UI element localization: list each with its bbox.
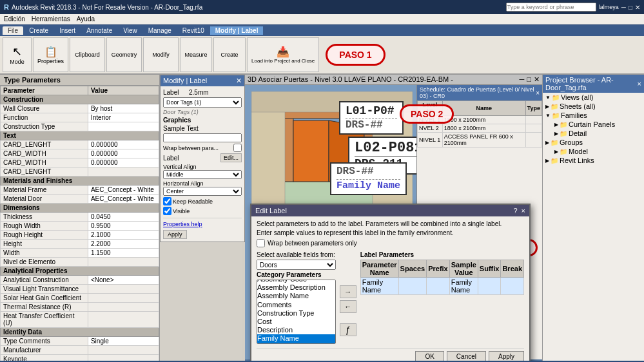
edit-button[interactable]: Edit... bbox=[220, 153, 242, 162]
param-value[interactable]: 2.2000 bbox=[88, 240, 159, 249]
visible-checkbox[interactable] bbox=[163, 207, 171, 215]
param-value[interactable]: 1.1500 bbox=[88, 249, 159, 258]
tab-modify-label[interactable]: Modify | Label bbox=[210, 26, 264, 35]
sample-text-input[interactable] bbox=[163, 133, 242, 142]
browser-item-model[interactable]: ▶ 📁 Model bbox=[543, 147, 644, 156]
table-row[interactable]: FunctionInterior bbox=[1, 113, 159, 122]
schedule-close[interactable]: × bbox=[536, 90, 540, 97]
param-value[interactable] bbox=[88, 346, 159, 355]
browser-item-sheets[interactable]: ▶ 📁 Sheets (all) bbox=[543, 102, 644, 111]
tab-annotate[interactable]: Annotate bbox=[81, 26, 117, 35]
select-tool-icon[interactable]: ↖ bbox=[12, 44, 22, 59]
table-row[interactable]: Material DoorAEC_Concept - White bbox=[1, 195, 159, 204]
param-value[interactable]: 0.9500 bbox=[88, 222, 159, 231]
table-row[interactable]: CARD_WIDTH0.000000 bbox=[1, 149, 159, 158]
table-row[interactable]: Width1.1500 bbox=[1, 249, 159, 258]
param-value[interactable]: Interior bbox=[88, 113, 159, 122]
table-row[interactable]: Thermal Resistance (R) bbox=[1, 303, 159, 312]
window-close[interactable]: ✕ bbox=[635, 4, 640, 11]
menu-herramientas[interactable]: Herramientas bbox=[32, 15, 70, 23]
param-value[interactable]: Single bbox=[88, 337, 159, 346]
param-value[interactable]: AEC_Concept - White bbox=[88, 186, 159, 195]
browser-item-revitlinks[interactable]: ▶ 📁 Revit Links bbox=[543, 156, 644, 165]
param-value[interactable]: By host bbox=[88, 104, 159, 113]
table-row[interactable]: Solar Heat Gain Coefficient bbox=[1, 294, 159, 303]
browser-item-curtain[interactable]: ▶ 📁 Curtain Panels bbox=[543, 120, 644, 129]
menu-ayuda[interactable]: Ayuda bbox=[77, 15, 95, 23]
load-project-icon[interactable]: 📥 bbox=[277, 46, 289, 58]
param-value[interactable] bbox=[88, 303, 159, 312]
table-row[interactable]: CARD_LENGHT0.000000 bbox=[1, 140, 159, 149]
param-value[interactable] bbox=[88, 167, 159, 176]
table-row[interactable]: Construction Type bbox=[1, 122, 159, 131]
wrap-checkbox[interactable] bbox=[233, 144, 242, 152]
param-value[interactable] bbox=[88, 312, 159, 328]
param-value[interactable] bbox=[88, 285, 159, 294]
dialog-cancel-btn[interactable]: Cancel bbox=[447, 351, 486, 361]
param-value[interactable]: 0.000000 bbox=[88, 149, 159, 158]
menu-edicion[interactable]: Edición bbox=[4, 15, 25, 23]
project-browser-close[interactable]: × bbox=[638, 80, 641, 88]
apply-button[interactable]: Apply bbox=[163, 230, 187, 239]
param-value[interactable]: <None> bbox=[88, 276, 159, 285]
table-row[interactable]: Wall ClosureBy host bbox=[1, 104, 159, 113]
browser-item-families[interactable]: ▼ 📁 Families bbox=[543, 111, 644, 120]
viewport-maximize[interactable]: □ bbox=[527, 75, 531, 84]
tab-view[interactable]: View bbox=[118, 26, 142, 35]
tab-revit10[interactable]: Revit10 bbox=[177, 26, 210, 35]
dialog-ok-btn[interactable]: OK bbox=[415, 351, 444, 361]
browser-item-groups[interactable]: ▶ 📁 Groups bbox=[543, 138, 644, 147]
search-input[interactable] bbox=[506, 3, 596, 12]
horizontal-align-select[interactable]: Center bbox=[163, 187, 242, 196]
table-row[interactable]: CARD_WIDTH0.000000 bbox=[1, 158, 159, 167]
table-row[interactable]: Heat Transfer Coefficient (U) bbox=[1, 312, 159, 328]
table-row[interactable]: Keynote bbox=[1, 355, 159, 361]
available-fields-list[interactable]: Assembly Code Assembly Description Assem… bbox=[257, 280, 336, 344]
table-row[interactable]: Visual Light Transmittance bbox=[1, 285, 159, 294]
properties-panel-close[interactable]: ✕ bbox=[236, 77, 242, 85]
table-row[interactable]: Height2.2000 bbox=[1, 240, 159, 249]
viewport-close[interactable]: ✕ bbox=[534, 75, 540, 84]
tab-insert[interactable]: Insert bbox=[54, 26, 81, 35]
function-button[interactable]: ƒ bbox=[340, 323, 356, 336]
browser-item-detail[interactable]: ▶ 📁 Detail bbox=[543, 129, 644, 138]
window-minimize[interactable]: ─ bbox=[621, 4, 626, 11]
table-row[interactable]: Material FrameAEC_Concept - White bbox=[1, 186, 159, 195]
param-value[interactable]: 0.000000 bbox=[88, 140, 159, 149]
table-row[interactable]: Type CommentsSingle bbox=[1, 337, 159, 346]
window-maximize[interactable]: □ bbox=[629, 4, 632, 11]
select-from-dropdown[interactable]: Doors bbox=[257, 260, 336, 270]
table-row[interactable]: Analytical Construction<None> bbox=[1, 276, 159, 285]
properties-help-link[interactable]: Properties help bbox=[163, 221, 202, 227]
param-value[interactable]: 2.1000 bbox=[88, 231, 159, 240]
browser-item-views[interactable]: ▼ 📁 Views (all) bbox=[543, 93, 644, 102]
dialog-help-btn[interactable]: ? bbox=[513, 207, 517, 214]
door-tags-select[interactable]: Door Tags (1) bbox=[163, 97, 242, 108]
table-row[interactable]: Thickness0.0450 bbox=[1, 213, 159, 222]
param-value[interactable]: 0.0450 bbox=[88, 213, 159, 222]
table-row[interactable]: Rough Height2.1000 bbox=[1, 231, 159, 240]
add-field-button[interactable]: → bbox=[340, 285, 356, 298]
wrap-params-checkbox[interactable] bbox=[257, 239, 265, 247]
label-param-prefix bbox=[427, 278, 450, 295]
table-row[interactable]: Nivel de Elemento bbox=[1, 258, 159, 267]
dialog-apply-btn[interactable]: Apply bbox=[489, 351, 524, 361]
dialog-close-btn[interactable]: × bbox=[522, 207, 525, 214]
param-value[interactable] bbox=[88, 122, 159, 131]
viewport-minimize[interactable]: ─ bbox=[520, 75, 525, 84]
table-row[interactable]: Rough Width0.9500 bbox=[1, 222, 159, 231]
param-value[interactable] bbox=[88, 294, 159, 303]
vertical-align-select[interactable]: Middle bbox=[163, 170, 242, 179]
param-value[interactable] bbox=[88, 355, 159, 361]
param-value[interactable]: AEC_Concept - White bbox=[88, 195, 159, 204]
tab-create[interactable]: Create bbox=[24, 26, 54, 35]
tab-manage[interactable]: Manage bbox=[143, 26, 177, 35]
table-row[interactable]: Manufacturer bbox=[1, 346, 159, 355]
table-row[interactable]: CARD_LENGHT bbox=[1, 167, 159, 176]
param-value[interactable]: 0.000000 bbox=[88, 158, 159, 167]
tab-file[interactable]: File bbox=[3, 26, 23, 35]
keep-readable-checkbox[interactable] bbox=[163, 197, 171, 205]
remove-field-button[interactable]: ← bbox=[340, 300, 356, 313]
param-name: Type Comments bbox=[1, 337, 88, 346]
param-value[interactable] bbox=[88, 258, 159, 267]
